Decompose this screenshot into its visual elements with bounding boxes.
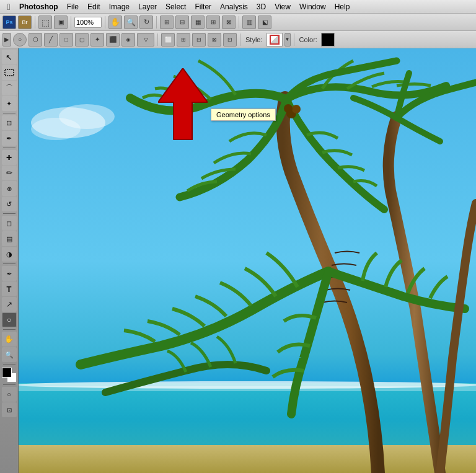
toolbox: ↖ ⌒ ✦ ⊡ ✒ ✚ ✏ ⊕ ↺ ◻ ▤ ◑ ✒ T ↗ (0, 48, 19, 473)
layout-icon6[interactable]: ▥ (242, 15, 256, 29)
canvas-area[interactable]: Geometry options (19, 48, 476, 473)
tool-gradient[interactable]: ▤ (2, 231, 17, 246)
menu-3d[interactable]: 3D (252, 1, 270, 12)
arrow-svg (158, 68, 208, 143)
separator3 (105, 16, 105, 29)
svg-point-10 (292, 105, 301, 113)
separator4 (156, 16, 157, 29)
tool-pen[interactable]: ✒ (2, 266, 17, 281)
foreground-color[interactable] (2, 368, 12, 378)
menu-window[interactable]: Window (295, 1, 330, 12)
tool-separator2 (3, 148, 15, 148)
menu-view[interactable]: View (270, 1, 295, 12)
polygon-tool-btn[interactable]: ⬡ (29, 33, 42, 46)
tool-separator1 (3, 113, 15, 113)
color-fg-bg[interactable] (2, 368, 17, 382)
tool-path-select[interactable]: ↗ (2, 297, 17, 312)
tool-hand[interactable]: ✋ (2, 332, 17, 347)
toolbar-collapse-btn[interactable]: ▶ (2, 33, 11, 46)
rect-tool-btn[interactable]: □ (60, 33, 73, 46)
tool-eraser[interactable]: ◻ (2, 216, 17, 231)
ellipse-tool-btn[interactable]: ○ (13, 33, 27, 46)
tool-dodge[interactable]: ◑ (2, 247, 17, 262)
menu-help[interactable]: Help (330, 1, 355, 12)
layout-icon4[interactable]: ⊞ (206, 15, 220, 29)
tool-move[interactable]: ↖ (2, 50, 17, 64)
separator-color (294, 33, 294, 46)
path-excl-btn[interactable]: ⊡ (223, 33, 237, 46)
menu-image[interactable]: Image (105, 1, 134, 12)
color-label: Color: (298, 36, 319, 43)
tool-screen-mode[interactable]: ⊡ (2, 402, 17, 417)
menu-analysis[interactable]: Analysis (216, 1, 252, 12)
layout-icon3[interactable]: ▦ (191, 15, 205, 29)
layout-icon5[interactable]: ⊠ (222, 15, 236, 29)
zoom-tool-icon[interactable]: 🔍 (124, 15, 138, 29)
tool-zoom[interactable]: 🔍 (2, 347, 17, 362)
layout-icon7[interactable]: ⬕ (258, 15, 271, 29)
tool-lasso[interactable]: ⌒ (2, 81, 17, 95)
tool-separator7 (3, 384, 15, 385)
tool-marquee[interactable] (2, 65, 17, 80)
layout-icon1[interactable]: ⊞ (160, 15, 174, 29)
options-toolbar: Ps Br ⬚ ▣ ✋ 🔍 ↻ ⊞ ⊟ ▦ ⊞ ⊠ ▥ ⬕ (0, 14, 476, 31)
full-screen-mode-icon[interactable]: ▣ (54, 15, 68, 29)
tool-shape[interactable]: ○ (2, 312, 17, 327)
rounded-rect-tool-btn[interactable]: ▢ (75, 33, 89, 46)
separator (35, 16, 35, 29)
tool-quick-mask[interactable]: ○ (2, 387, 17, 402)
path-tool2-btn[interactable]: ◈ (121, 33, 135, 46)
style-label: Style: (244, 36, 265, 43)
path-new-btn[interactable]: ⬜ (161, 33, 175, 46)
svg-rect-8 (19, 445, 476, 473)
geometry-options-tooltip: Geometry options (211, 108, 276, 121)
menu-filter[interactable]: Filter (190, 1, 216, 12)
tool-magic-wand[interactable]: ✦ (2, 96, 17, 111)
line-tool-btn[interactable]: ╱ (44, 33, 58, 46)
menu-photoshop[interactable]: Photoshop (15, 1, 63, 12)
separator2 (71, 16, 71, 29)
tool-separator5 (3, 329, 15, 330)
svg-marker-12 (158, 68, 208, 139)
shape-toolbar: ▶ ○ ⬡ ╱ □ ▢ ✦ ⬛ ◈ ▽ ⬜ ⊞ ⊟ ⊠ ⊡ Style: ▼ C… (0, 31, 476, 48)
menu-edit[interactable]: Edit (83, 1, 105, 12)
style-dropdown-btn[interactable]: ▼ (284, 33, 291, 46)
tool-crop[interactable]: ⊡ (2, 115, 17, 130)
svg-point-4 (31, 118, 81, 140)
rotate-icon[interactable]: ↻ (139, 15, 153, 29)
separator-shape (157, 33, 158, 46)
tool-text[interactable]: T (2, 281, 17, 296)
tool-history-brush[interactable]: ↺ (2, 197, 17, 211)
tool-clone-stamp[interactable]: ⊕ (2, 181, 17, 196)
tool-brush[interactable]: ✏ (2, 166, 17, 180)
tool-separator4 (3, 263, 15, 264)
menu-select[interactable]: Select (161, 1, 190, 12)
svg-rect-7 (19, 386, 476, 391)
menu-file[interactable]: File (63, 1, 83, 12)
style-swatch[interactable] (267, 33, 283, 46)
separator-path (240, 33, 240, 46)
tool-eyedropper[interactable]: ✒ (2, 131, 17, 146)
tool-separator3 (3, 213, 15, 214)
menu-layer[interactable]: Layer (134, 1, 161, 12)
path-add-btn[interactable]: ⊞ (177, 33, 190, 46)
path-inter-btn[interactable]: ⊠ (208, 33, 221, 46)
path-tool-btn[interactable]: ⬛ (106, 33, 120, 46)
standard-mode-icon[interactable]: ⬚ (38, 15, 52, 29)
apple-logo:  (2, 2, 15, 12)
svg-rect-0 (5, 69, 14, 76)
svg-point-11 (284, 104, 293, 113)
path-sub-btn[interactable]: ⊟ (192, 33, 206, 46)
geometry-options-btn[interactable]: ▽ (137, 33, 154, 46)
ps-app-icon: Ps (2, 15, 16, 29)
bridge-icon[interactable]: Br (18, 15, 32, 29)
tool-healing[interactable]: ✚ (2, 150, 17, 165)
color-swatch[interactable] (321, 33, 335, 46)
main-area: ↖ ⌒ ✦ ⊡ ✒ ✚ ✏ ⊕ ↺ ◻ ▤ ◑ ✒ T ↗ (0, 48, 476, 473)
hand-tool-icon[interactable]: ✋ (108, 15, 122, 29)
custom-shape-tool-btn[interactable]: ✦ (90, 33, 104, 46)
zoom-input[interactable] (74, 17, 102, 28)
menu-bar:  Photoshop File Edit Image Layer Select… (0, 0, 476, 14)
layout-icon2[interactable]: ⊟ (175, 15, 189, 29)
separator5 (239, 16, 239, 29)
